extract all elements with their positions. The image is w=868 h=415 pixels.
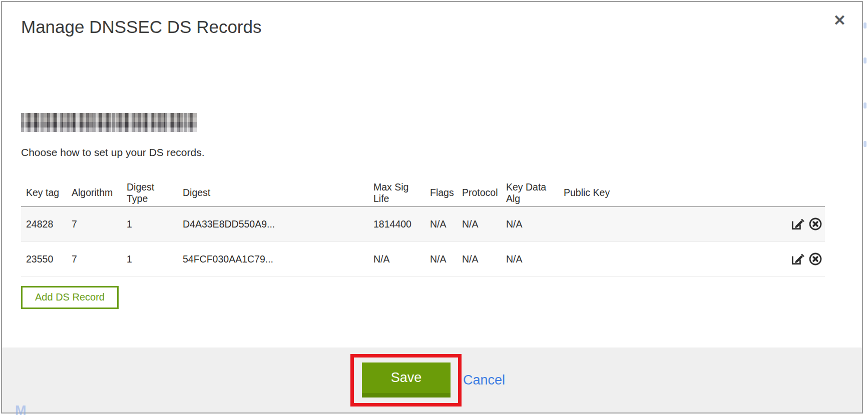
cell-flags: N/A xyxy=(425,206,457,242)
background-artifact xyxy=(863,102,866,108)
background-artifact xyxy=(863,22,866,28)
table-row: 24828 7 1 D4A33E8DD550A9... 1814400 N/A … xyxy=(21,206,825,242)
cell-digest: D4A33E8DD550A9... xyxy=(178,206,368,242)
cell-algorithm: 7 xyxy=(67,242,122,276)
page-background: M ✕ Manage DNSSEC DS Records Choose how … xyxy=(0,0,868,415)
add-ds-record-button[interactable]: Add DS Record xyxy=(21,286,119,309)
save-button[interactable]: Save xyxy=(362,362,451,398)
dialog-footer: Save Cancel xyxy=(2,348,862,412)
cell-max-sig-life: 1814400 xyxy=(368,206,425,242)
cell-key-data-alg: N/A xyxy=(501,242,559,276)
col-header-actions xyxy=(774,180,825,206)
cell-key-tag: 24828 xyxy=(21,206,67,242)
cell-digest: 54FCF030AA1C79... xyxy=(178,242,368,276)
background-artifact xyxy=(863,58,866,64)
edit-record-icon[interactable] xyxy=(790,217,804,231)
cell-public-key xyxy=(559,242,774,276)
ds-records-table: Key tag Algorithm Digest Type Digest Max… xyxy=(21,180,825,277)
table-header-row: Key tag Algorithm Digest Type Digest Max… xyxy=(21,180,825,206)
annotation-highlight-box: Save xyxy=(350,354,462,406)
cell-flags: N/A xyxy=(425,242,457,276)
col-header-public-key: Public Key xyxy=(559,180,774,206)
instruction-text: Choose how to set up your DS records. xyxy=(21,146,825,158)
col-header-max-sig-life: Max Sig Life xyxy=(368,180,425,206)
close-icon[interactable]: ✕ xyxy=(833,13,846,28)
col-header-protocol: Protocol xyxy=(457,180,501,206)
dialog-content: Manage DNSSEC DS Records Choose how to s… xyxy=(2,17,862,309)
col-header-key-data-alg: Key Data Alg xyxy=(501,180,559,206)
cell-algorithm: 7 xyxy=(67,206,122,242)
domain-name-redacted xyxy=(21,113,197,132)
cell-digest-type: 1 xyxy=(122,206,178,242)
edit-record-icon[interactable] xyxy=(790,252,804,266)
manage-dnssec-ds-records-dialog: ✕ Manage DNSSEC DS Records Choose how to… xyxy=(1,1,863,414)
col-header-flags: Flags xyxy=(425,180,457,206)
cell-protocol: N/A xyxy=(457,242,501,276)
col-header-digest: Digest xyxy=(178,180,368,206)
col-header-digest-type: Digest Type xyxy=(122,180,178,206)
delete-record-icon[interactable] xyxy=(808,217,822,231)
cell-key-tag: 23550 xyxy=(21,242,67,276)
cell-max-sig-life: N/A xyxy=(368,242,425,276)
cell-public-key xyxy=(559,206,774,242)
cell-key-data-alg: N/A xyxy=(501,206,559,242)
col-header-algorithm: Algorithm xyxy=(67,180,122,206)
cancel-link[interactable]: Cancel xyxy=(463,372,505,388)
dialog-title: Manage DNSSEC DS Records xyxy=(21,17,825,37)
delete-record-icon[interactable] xyxy=(808,252,822,266)
cell-actions xyxy=(774,206,825,242)
cell-actions xyxy=(774,242,825,276)
table-row: 23550 7 1 54FCF030AA1C79... N/A N/A N/A … xyxy=(21,242,825,276)
cell-protocol: N/A xyxy=(457,206,501,242)
cell-digest-type: 1 xyxy=(122,242,178,276)
col-header-key-tag: Key tag xyxy=(21,180,67,206)
background-artifact xyxy=(863,141,866,147)
